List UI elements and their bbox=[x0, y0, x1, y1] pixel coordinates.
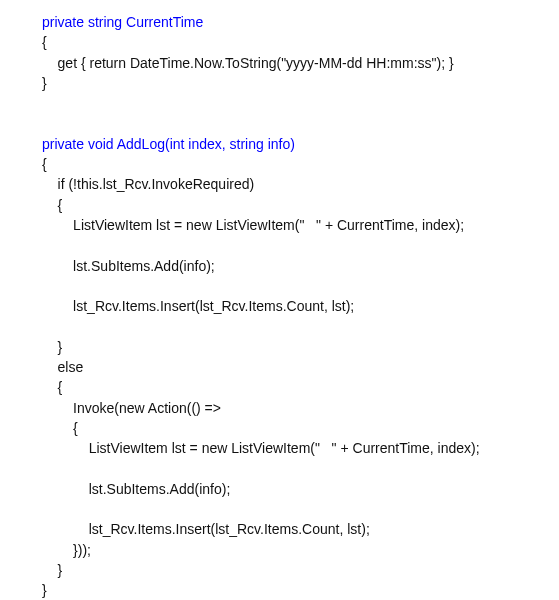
code-line: lst.SubItems.Add(info); bbox=[42, 258, 215, 274]
code-line: lst_Rcv.Items.Insert(lst_Rcv.Items.Count… bbox=[42, 298, 354, 314]
code-line: private string CurrentTime bbox=[42, 14, 203, 30]
code-line: ListViewItem lst = new ListViewItem(" " … bbox=[42, 440, 480, 456]
code-line: } bbox=[42, 562, 62, 578]
code-line: } bbox=[42, 582, 47, 598]
code-line: lst_Rcv.Items.Insert(lst_Rcv.Items.Count… bbox=[42, 521, 370, 537]
code-line: lst.SubItems.Add(info); bbox=[42, 481, 230, 497]
code-line: if (!this.lst_Rcv.InvokeRequired) bbox=[42, 176, 254, 192]
code-line: } bbox=[42, 75, 47, 91]
code-line: })); bbox=[42, 542, 91, 558]
code-block: private string CurrentTime { get { retur… bbox=[0, 0, 559, 600]
code-line: else bbox=[42, 359, 83, 375]
code-line: { bbox=[42, 156, 47, 172]
code-line: } bbox=[42, 339, 62, 355]
code-line: { bbox=[42, 197, 62, 213]
code-line: ListViewItem lst = new ListViewItem(" " … bbox=[42, 217, 464, 233]
code-line: { bbox=[42, 379, 62, 395]
code-line: Invoke(new Action(() => bbox=[42, 400, 221, 416]
code-line: { bbox=[42, 420, 78, 436]
code-line: private void AddLog(int index, string in… bbox=[42, 136, 295, 152]
code-line: get { return DateTime.Now.ToString("yyyy… bbox=[42, 55, 454, 71]
code-line: { bbox=[42, 34, 47, 50]
